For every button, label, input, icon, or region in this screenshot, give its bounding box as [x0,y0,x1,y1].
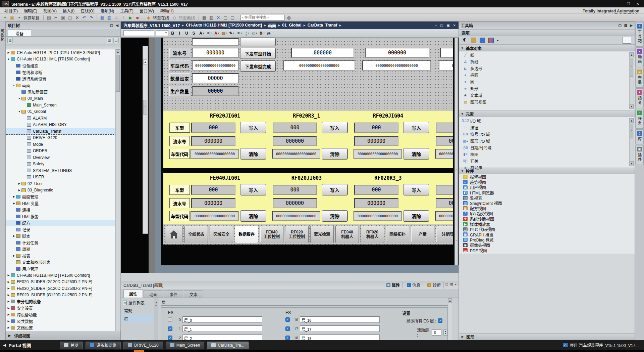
expand-arrow-icon[interactable]: ▶ [17,182,21,185]
inspector-tab[interactable]: 属性 [123,290,143,298]
preview-toggle-icon[interactable]: ▭ [623,37,631,44]
tree-scrollbar-thumb[interactable] [116,55,120,92]
expand-arrow-icon[interactable]: ▶ [6,300,11,303]
select-cursor-icon[interactable] [462,38,468,43]
configure-icon[interactable]: ▦ [7,38,13,43]
toolbar-icon[interactable]: ⇧ [120,14,126,20]
scroll-down-icon[interactable]: ▼ [630,161,634,166]
breadcrumb-segment[interactable]: 01_Global [282,23,301,28]
toolbox-item[interactable]: ▦ 配方视图 [459,206,635,211]
layer-checkbox[interactable]: ✓ [168,336,172,340]
toolbar-icon[interactable]: ▢ [67,14,73,20]
menu-item[interactable]: 选项(N) [98,7,117,14]
layer-checkbox[interactable]: ✓ [285,317,290,322]
tree-row[interactable]: 在线和诊断 [6,69,116,76]
format-dropdown-icon[interactable]: ▾ [263,32,265,35]
toolbox-item[interactable]: ◈ 符号库 [459,164,635,171]
tree-row[interactable]: Mode [6,141,116,148]
tree-row[interactable]: ▶ 03_Diagnostic [6,187,116,194]
expand-arrow-icon[interactable]: ▶ [6,320,11,323]
tree-row[interactable]: ▶ 安全设置 [6,305,116,312]
code-field[interactable]: 0000000000000000000 [435,149,453,159]
toolbox-item[interactable]: ▦ 图形视图 [459,98,635,105]
screen-nav-button[interactable]: 产量 [411,226,434,243]
toolbox-item[interactable]: ◧ HTML 浏览器 [459,190,635,195]
tree-row[interactable]: ▼ 01_Global [6,108,116,115]
expand-arrow-icon[interactable]: ▶ [17,189,21,192]
tree-row[interactable]: 连接 [6,207,116,213]
toolbar-icon[interactable]: ▦ [201,14,207,20]
format-icon[interactable]: S [191,30,197,36]
breadcrumb-segment[interactable]: CarData_Transf [308,23,337,28]
task-card-tab[interactable]: ≣ 布局 [635,68,644,88]
canvas-left-scrollbar[interactable]: ▲ ≡ [143,46,148,234]
screen-nav-button[interactable]: 注销登 [436,226,453,243]
expand-arrow-icon[interactable]: ▼ [6,58,11,61]
scrollbar-thumb[interactable]: ≡ [630,58,633,77]
menu-item[interactable]: 窗口(W) [137,7,157,14]
tree-row[interactable]: ▶ HMI 变量 [6,200,116,207]
editor-minimize-icon[interactable]: – [435,24,437,27]
tree-row[interactable]: 配方 [6,220,116,226]
scroll-up-icon[interactable]: ▲ [116,49,120,54]
tree-row[interactable]: ▶ 未分组的设备 [6,298,116,305]
tree-row[interactable]: ▶ RF020_SLIDER [G120D CU250D-2 PN-F] [6,292,116,299]
inspector-scrollbar[interactable]: ▲ [448,298,452,341]
editor-maximize-icon[interactable]: ▣ [446,24,449,27]
scroll-up-icon[interactable]: ▲ [630,118,634,123]
find-icon[interactable]: ◎ [286,14,292,20]
tree-row[interactable]: ▶ FE030_SLIDER [G120D CU250D-2 PN-F] [6,285,116,292]
inspector-splitter[interactable]: ◂▸ [154,298,158,341]
scrollbar-thumb[interactable]: ≡ [630,124,633,138]
toolbox-item[interactable]: ▤ PLC 代码视图 [459,227,635,232]
editor-float-icon[interactable]: ▢ [440,24,443,27]
send-cartype-button[interactable]: 下发车型完成 [240,60,276,72]
toolbox-item[interactable]: A 文本域 [459,92,635,98]
breadcrumb-segment[interactable]: CH-Auto HG11B.HMI1 [TP1500 Comfort] [186,23,262,28]
spinner-icon[interactable]: ▲▼ [443,329,447,336]
hmi-screen-content[interactable]: 流水号 000000 车型代码 0000000000000000000 数量设定… [163,38,453,245]
expand-arrow-icon[interactable]: ▶ [12,234,16,237]
toolbox-item[interactable]: ∠ 折线 [459,58,635,65]
list-scrollbar[interactable]: ▲ ≡ ▼ [629,52,634,109]
toolbar-icon[interactable]: ✕ [215,14,221,20]
property-list-header[interactable]: ▤ 属性列表 [121,299,154,306]
format-dropdown-icon[interactable]: ▾ [241,32,242,35]
details-view-bar[interactable]: ▶ 详细视图 [5,331,121,340]
inspector-nav-item[interactable]: 层 [121,315,154,322]
tree-row[interactable]: 计划任务 [6,239,116,246]
minimize-icon[interactable]: ─ [618,2,621,6]
restore-icon[interactable]: ❒ [627,2,630,6]
toolbox-item[interactable]: ▥ ProDiag 概览 [459,237,635,243]
inspector-tab[interactable]: 文本 [184,290,203,298]
format-icon[interactable]: B [170,30,175,36]
expand-arrow-icon[interactable]: ▶ [6,274,11,277]
toolbar-icon[interactable]: ▶ [127,14,133,20]
menu-item[interactable]: 工具(T) [117,7,136,14]
toolbar-icon[interactable]: ▤ [46,14,52,20]
tree-row[interactable]: Overview [6,154,116,161]
toolbox-item[interactable]: 10▾ 符号 I/O 域 [459,131,635,137]
screen-nav-button[interactable]: 蓝光检测 [310,226,334,243]
portal-view-button[interactable]: ◀ Portal 视图 [3,342,57,348]
tree-row[interactable]: 记录 [6,226,116,233]
toolbar-icon[interactable]: ▢ [222,14,228,20]
float-icon[interactable]: ▢ [618,24,621,27]
menu-item[interactable]: 编辑(E) [21,7,40,14]
elements-section-header[interactable]: ▾ 元素 [459,111,635,117]
form-io-field[interactable]: 00000 [192,86,239,96]
graphics-section-header[interactable]: ▶ 图形 [459,333,635,340]
toolbox-item[interactable]: ⚠ 报警视图 [459,174,635,180]
toolbar-icon[interactable]: ✶ [2,14,8,20]
tree-row[interactable]: ▶ CH-Auto HG11B_PLC1 [CPU 1516F-3 PN/DP] [6,49,116,56]
cartype-code-io-field[interactable]: 00000000000000000000 [439,60,453,71]
list-view-icon[interactable]: ▤ [113,38,119,43]
task-card-tab[interactable]: A 工具箱 [635,22,644,47]
open-editor-button[interactable]: CarData_Tra... [207,342,249,349]
screen-nav-button[interactable]: 数据缓存 [235,226,258,243]
scrollbar-thumb[interactable]: ≡ [143,100,147,115]
toolbox-item[interactable]: ◉ 摄像头视图 [459,243,635,248]
layer-name-input[interactable]: 层_1 [182,325,262,332]
scroll-down-icon[interactable]: ▼ [630,104,634,109]
format-icon[interactable]: U [184,30,190,36]
